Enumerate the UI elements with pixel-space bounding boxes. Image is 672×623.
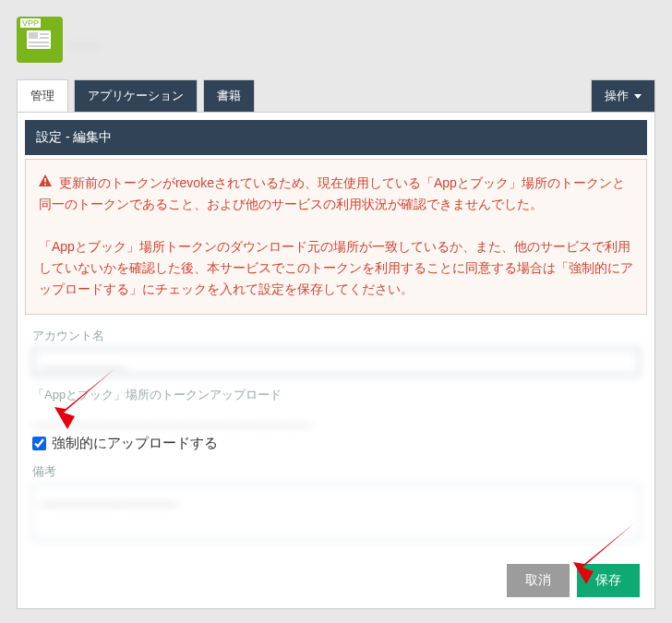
- caret-down-icon: [634, 94, 642, 99]
- page-header: ____: [17, 17, 655, 63]
- tab-applications[interactable]: アプリケーション: [74, 79, 198, 112]
- remarks-input[interactable]: [32, 484, 640, 541]
- account-name-input[interactable]: [32, 348, 640, 376]
- main-panel: 設定 - 編集中 更新前のトークンがrevokeされているため、現在使用している…: [17, 112, 655, 609]
- warning-icon: [39, 173, 52, 194]
- token-upload-label: 「Appとブック」場所のトークンアップロード: [32, 387, 640, 403]
- svg-rect-6: [44, 178, 46, 183]
- action-label: 操作: [605, 88, 629, 104]
- warning-alert: 更新前のトークンがrevokeされているため、現在使用している「Appとブック」…: [25, 159, 647, 315]
- save-button[interactable]: 保存: [577, 564, 640, 597]
- tab-bar: 管理 アプリケーション 書籍: [17, 79, 255, 112]
- svg-rect-7: [44, 184, 46, 186]
- force-upload-label[interactable]: 強制的にアップロードする: [52, 435, 218, 452]
- token-upload-value: _______________________________________: [32, 407, 640, 429]
- svg-rect-5: [29, 45, 49, 47]
- tab-manage[interactable]: 管理: [17, 79, 68, 112]
- tab-books[interactable]: 書籍: [203, 79, 255, 112]
- cancel-button[interactable]: 取消: [507, 564, 570, 597]
- alert-text-2: 「Appとブック」場所トークンのダウンロード元の場所が一致しているか、また、他の…: [39, 239, 633, 296]
- account-name-group: アカウント名: [32, 328, 640, 376]
- token-upload-group: 「Appとブック」場所のトークンアップロード _________________…: [32, 387, 640, 452]
- svg-rect-3: [40, 37, 49, 39]
- page-title: ____: [70, 32, 99, 47]
- remarks-group: 備考: [32, 463, 640, 544]
- svg-rect-2: [40, 33, 49, 35]
- alert-text-1: 更新前のトークンがrevokeされているため、現在使用している「Appとブック」…: [39, 175, 625, 211]
- svg-rect-1: [29, 32, 38, 39]
- svg-rect-4: [29, 42, 49, 43]
- force-upload-checkbox[interactable]: [32, 437, 46, 450]
- panel-title: 設定 - 編集中: [25, 120, 647, 155]
- vpp-icon: [17, 17, 63, 63]
- action-dropdown[interactable]: 操作: [591, 79, 655, 112]
- account-name-label: アカウント名: [32, 328, 640, 344]
- remarks-label: 備考: [32, 463, 640, 480]
